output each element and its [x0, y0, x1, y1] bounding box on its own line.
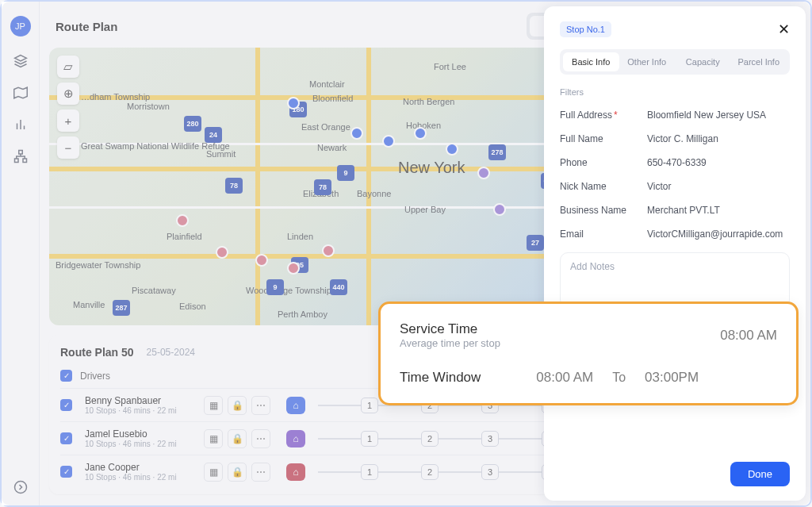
- driver-name: Jamel Eusebio: [85, 428, 204, 440]
- stop-node[interactable]: 1: [361, 398, 378, 413]
- map-pin[interactable]: [287, 97, 300, 109]
- locate-icon[interactable]: ⊕: [57, 83, 79, 105]
- info-label: Business Name: [560, 205, 647, 216]
- checkbox[interactable]: [60, 399, 72, 411]
- polygon-tool-icon[interactable]: ▱: [57, 56, 79, 78]
- info-label: Nick Name: [560, 181, 647, 192]
- left-rail: JP: [2, 2, 40, 505]
- close-icon[interactable]: ✕: [778, 21, 790, 38]
- drivers-label: Drivers: [80, 371, 110, 382]
- map-place-label: Linden: [287, 232, 313, 241]
- tab-other-info[interactable]: Other Info: [619, 52, 676, 71]
- stop-node[interactable]: 1: [361, 431, 378, 447]
- stop-node[interactable]: 3: [481, 431, 499, 447]
- stop-node[interactable]: 2: [421, 464, 439, 480]
- stop-node[interactable]: 3: [481, 464, 499, 480]
- avatar[interactable]: JP: [10, 16, 31, 36]
- home-icon[interactable]: ⌂: [286, 463, 305, 481]
- info-label: Full Name: [560, 133, 647, 144]
- time-window-from[interactable]: 08:00 AM: [536, 370, 593, 386]
- calendar-icon[interactable]: ▦: [204, 429, 223, 448]
- map-pin[interactable]: [493, 203, 506, 216]
- route-shield: 27: [527, 235, 544, 251]
- tab-basic-info[interactable]: Basic Info: [563, 52, 619, 71]
- calendar-icon[interactable]: ▦: [204, 396, 223, 415]
- svg-marker-0: [14, 56, 26, 62]
- svg-rect-7: [23, 159, 27, 163]
- info-row: Nick Name Victor: [560, 175, 790, 198]
- route-shield: 9: [337, 165, 354, 181]
- stop-node[interactable]: 1: [361, 464, 378, 480]
- time-window-to[interactable]: 03:00PM: [645, 370, 699, 386]
- driver-meta: 10 Stops · 46 mins · 22 mi: [85, 473, 204, 482]
- lock-icon[interactable]: 🔒: [228, 429, 247, 448]
- svg-rect-6: [14, 159, 18, 163]
- time-window-to-label: To: [612, 371, 626, 385]
- done-button[interactable]: Done: [730, 462, 790, 486]
- stop-node[interactable]: 2: [421, 431, 439, 447]
- map-place-label: Manville: [73, 300, 105, 309]
- map-place-label: Bloomfield: [312, 94, 353, 103]
- map-pin[interactable]: [176, 214, 189, 227]
- map-pin[interactable]: [350, 127, 363, 140]
- zoom-out-icon[interactable]: −: [57, 136, 79, 159]
- map-pin[interactable]: [255, 254, 268, 267]
- bar-chart-icon[interactable]: [13, 117, 28, 132]
- layers-icon[interactable]: [13, 54, 28, 68]
- more-icon[interactable]: ⋯: [251, 396, 270, 415]
- map-place-label: Bayonne: [357, 189, 391, 198]
- map-place-label: Montclair: [309, 79, 345, 89]
- map-place-label: Edison: [179, 302, 206, 311]
- sitemap-icon[interactable]: [13, 149, 28, 163]
- info-value[interactable]: Victor C. Milligan: [647, 133, 718, 144]
- info-value[interactable]: Bloomfield New Jersey USA: [647, 109, 766, 121]
- map-place-label: East Orange: [301, 122, 350, 132]
- collapse-icon[interactable]: [13, 480, 28, 494]
- info-row: Full Address* Bloomfield New Jersey USA: [560, 103, 790, 127]
- map-pin[interactable]: [477, 167, 490, 179]
- detail-tabs: Basic Info Other Info Capacity Parcel In…: [560, 49, 790, 75]
- map-pin[interactable]: [414, 127, 427, 140]
- map-pin[interactable]: [446, 143, 458, 156]
- info-value[interactable]: VictorCMilligan@jourrapide.com: [647, 229, 783, 240]
- more-icon[interactable]: ⋯: [251, 463, 270, 482]
- checkbox[interactable]: [60, 432, 72, 444]
- info-value[interactable]: Victor: [647, 181, 671, 192]
- info-row: Business Name Merchant PVT.LT: [560, 198, 790, 222]
- map-pin[interactable]: [382, 135, 395, 148]
- map-pin[interactable]: [322, 244, 335, 257]
- time-callout: Service Time Average time per stop 08:00…: [378, 302, 799, 405]
- route-shield: 280: [184, 116, 201, 132]
- map-place-label: Fort Lee: [434, 62, 466, 71]
- lock-icon[interactable]: 🔒: [228, 463, 247, 482]
- info-row: Full Name Victor C. Milligan: [560, 127, 790, 151]
- home-icon[interactable]: ⌂: [286, 430, 305, 447]
- tab-parcel-info[interactable]: Parcel Info: [731, 52, 787, 71]
- checkbox[interactable]: [60, 466, 72, 478]
- home-icon[interactable]: ⌂: [286, 397, 305, 414]
- map-pin[interactable]: [287, 262, 300, 275]
- calendar-icon[interactable]: ▦: [204, 463, 223, 482]
- panel-date: 25-05-2024: [147, 347, 195, 358]
- lock-icon[interactable]: 🔒: [228, 396, 247, 415]
- checkbox-all[interactable]: [60, 370, 72, 382]
- stop-detail-panel: Stop No.1 ✕ Basic Info Other Info Capaci…: [544, 6, 806, 501]
- notes-input[interactable]: Add Notes: [560, 252, 790, 308]
- info-value[interactable]: 650-470-6339: [647, 157, 707, 168]
- map-place-label: Bridgewater Township: [56, 260, 140, 270]
- map-place-label: Newark: [317, 143, 347, 152]
- info-value[interactable]: Merchant PVT.LT: [647, 205, 720, 216]
- map-icon[interactable]: [13, 86, 28, 100]
- route-shield: 9: [266, 279, 284, 295]
- service-time-value[interactable]: 08:00 AM: [720, 328, 777, 344]
- map-place-label: …dham Township: [81, 92, 150, 102]
- driver-meta: 10 Stops · 46 mins · 22 mi: [85, 440, 204, 448]
- svg-rect-5: [18, 151, 22, 155]
- route-shield: 78: [225, 178, 243, 194]
- map-pin[interactable]: [216, 246, 228, 259]
- route-shield: 24: [205, 127, 222, 143]
- svg-point-8: [14, 482, 26, 494]
- more-icon[interactable]: ⋯: [251, 429, 270, 448]
- zoom-in-icon[interactable]: +: [57, 109, 79, 132]
- tab-capacity[interactable]: Capacity: [675, 52, 731, 71]
